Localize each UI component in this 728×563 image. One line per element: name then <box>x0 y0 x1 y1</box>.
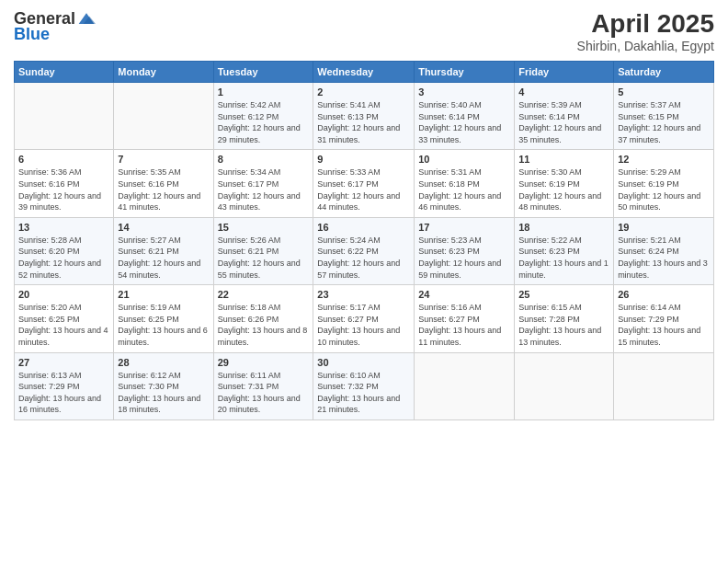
table-row: 24Sunrise: 5:16 AMSunset: 6:27 PMDayligh… <box>415 285 515 352</box>
day-info: Sunrise: 5:17 AMSunset: 6:27 PMDaylight:… <box>317 302 410 348</box>
logo-icon <box>77 10 96 29</box>
day-info: Sunrise: 5:20 AMSunset: 6:25 PMDaylight:… <box>18 302 109 348</box>
day-info: Sunrise: 6:11 AMSunset: 7:31 PMDaylight:… <box>218 370 310 416</box>
day-number: 29 <box>218 357 310 368</box>
table-row: 3Sunrise: 5:40 AMSunset: 6:14 PMDaylight… <box>415 83 515 150</box>
day-info: Sunrise: 5:36 AMSunset: 6:16 PMDaylight:… <box>18 167 109 213</box>
day-info: Sunrise: 5:22 AMSunset: 6:23 PMDaylight:… <box>518 235 609 281</box>
table-row: 12Sunrise: 5:29 AMSunset: 6:19 PMDayligh… <box>614 150 714 217</box>
day-number: 16 <box>317 222 410 233</box>
table-row: 21Sunrise: 5:19 AMSunset: 6:25 PMDayligh… <box>114 285 213 352</box>
day-info: Sunrise: 5:33 AMSunset: 6:17 PMDaylight:… <box>317 167 410 213</box>
day-number: 11 <box>518 154 609 165</box>
calendar-week-4: 20Sunrise: 5:20 AMSunset: 6:25 PMDayligh… <box>15 285 714 352</box>
day-number: 1 <box>218 86 310 98</box>
day-number: 8 <box>218 154 310 165</box>
table-row: 10Sunrise: 5:31 AMSunset: 6:18 PMDayligh… <box>415 150 515 217</box>
day-number: 12 <box>618 154 710 165</box>
table-row: 27Sunrise: 6:13 AMSunset: 7:29 PMDayligh… <box>15 352 114 419</box>
day-info: Sunrise: 5:39 AMSunset: 6:14 PMDaylight:… <box>518 99 609 145</box>
table-row <box>415 352 515 419</box>
weekday-monday: Monday <box>114 62 213 83</box>
table-row: 13Sunrise: 5:28 AMSunset: 6:20 PMDayligh… <box>15 217 114 284</box>
weekday-friday: Friday <box>515 62 614 83</box>
day-number: 23 <box>317 289 410 300</box>
day-number: 5 <box>618 86 710 98</box>
day-number: 7 <box>118 154 209 165</box>
day-number: 24 <box>418 289 510 300</box>
table-row: 20Sunrise: 5:20 AMSunset: 6:25 PMDayligh… <box>15 285 114 352</box>
table-row: 2Sunrise: 5:41 AMSunset: 6:13 PMDaylight… <box>313 83 415 150</box>
day-info: Sunrise: 5:19 AMSunset: 6:25 PMDaylight:… <box>118 302 209 348</box>
table-row: 28Sunrise: 6:12 AMSunset: 7:30 PMDayligh… <box>114 352 213 419</box>
table-row <box>515 352 614 419</box>
calendar-week-3: 13Sunrise: 5:28 AMSunset: 6:20 PMDayligh… <box>15 217 714 284</box>
weekday-tuesday: Tuesday <box>213 62 313 83</box>
day-info: Sunrise: 6:15 AMSunset: 7:28 PMDaylight:… <box>518 302 609 348</box>
title-area: April 2025 Shirbin, Dakahlia, Egypt <box>577 9 714 53</box>
table-row <box>15 83 114 150</box>
day-number: 17 <box>418 222 510 233</box>
day-number: 19 <box>618 222 710 233</box>
day-info: Sunrise: 6:10 AMSunset: 7:32 PMDaylight:… <box>317 370 410 416</box>
calendar-header-row: Sunday Monday Tuesday Wednesday Thursday… <box>15 62 714 83</box>
table-row: 25Sunrise: 6:15 AMSunset: 7:28 PMDayligh… <box>515 285 614 352</box>
calendar-table: Sunday Monday Tuesday Wednesday Thursday… <box>14 61 714 420</box>
table-row: 1Sunrise: 5:42 AMSunset: 6:12 PMDaylight… <box>213 83 313 150</box>
logo: General Blue <box>14 9 96 44</box>
day-info: Sunrise: 5:41 AMSunset: 6:13 PMDaylight:… <box>317 99 410 145</box>
day-info: Sunrise: 5:34 AMSunset: 6:17 PMDaylight:… <box>218 167 310 213</box>
logo-blue-text: Blue <box>14 25 50 44</box>
day-number: 20 <box>18 289 109 300</box>
day-info: Sunrise: 5:35 AMSunset: 6:16 PMDaylight:… <box>118 167 209 213</box>
day-info: Sunrise: 5:29 AMSunset: 6:19 PMDaylight:… <box>618 167 710 213</box>
day-info: Sunrise: 5:21 AMSunset: 6:24 PMDaylight:… <box>618 235 710 281</box>
table-row: 22Sunrise: 5:18 AMSunset: 6:26 PMDayligh… <box>213 285 313 352</box>
day-info: Sunrise: 5:16 AMSunset: 6:27 PMDaylight:… <box>418 302 510 348</box>
weekday-saturday: Saturday <box>614 62 714 83</box>
table-row <box>614 352 714 419</box>
day-info: Sunrise: 5:27 AMSunset: 6:21 PMDaylight:… <box>118 235 209 281</box>
day-info: Sunrise: 5:30 AMSunset: 6:19 PMDaylight:… <box>518 167 609 213</box>
day-number: 4 <box>518 86 609 98</box>
subtitle: Shirbin, Dakahlia, Egypt <box>577 39 714 53</box>
table-row: 7Sunrise: 5:35 AMSunset: 6:16 PMDaylight… <box>114 150 213 217</box>
day-info: Sunrise: 5:18 AMSunset: 6:26 PMDaylight:… <box>218 302 310 348</box>
table-row: 14Sunrise: 5:27 AMSunset: 6:21 PMDayligh… <box>114 217 213 284</box>
page: General Blue April 2025 Shirbin, Dakahli… <box>0 0 728 563</box>
table-row: 5Sunrise: 5:37 AMSunset: 6:15 PMDaylight… <box>614 83 714 150</box>
table-row: 9Sunrise: 5:33 AMSunset: 6:17 PMDaylight… <box>313 150 415 217</box>
day-number: 9 <box>317 154 410 165</box>
table-row: 8Sunrise: 5:34 AMSunset: 6:17 PMDaylight… <box>213 150 313 217</box>
table-row: 26Sunrise: 6:14 AMSunset: 7:29 PMDayligh… <box>614 285 714 352</box>
calendar-week-2: 6Sunrise: 5:36 AMSunset: 6:16 PMDaylight… <box>15 150 714 217</box>
day-info: Sunrise: 5:26 AMSunset: 6:21 PMDaylight:… <box>218 235 310 281</box>
day-number: 25 <box>518 289 609 300</box>
day-number: 10 <box>418 154 510 165</box>
day-number: 30 <box>317 357 410 368</box>
table-row <box>114 83 213 150</box>
table-row: 23Sunrise: 5:17 AMSunset: 6:27 PMDayligh… <box>313 285 415 352</box>
day-number: 2 <box>317 86 410 98</box>
day-number: 15 <box>218 222 310 233</box>
day-number: 21 <box>118 289 209 300</box>
table-row: 17Sunrise: 5:23 AMSunset: 6:23 PMDayligh… <box>415 217 515 284</box>
weekday-thursday: Thursday <box>415 62 515 83</box>
day-number: 13 <box>18 222 109 233</box>
day-number: 14 <box>118 222 209 233</box>
calendar-week-1: 1Sunrise: 5:42 AMSunset: 6:12 PMDaylight… <box>15 83 714 150</box>
day-number: 18 <box>518 222 609 233</box>
day-info: Sunrise: 5:28 AMSunset: 6:20 PMDaylight:… <box>18 235 109 281</box>
table-row: 29Sunrise: 6:11 AMSunset: 7:31 PMDayligh… <box>213 352 313 419</box>
table-row: 11Sunrise: 5:30 AMSunset: 6:19 PMDayligh… <box>515 150 614 217</box>
day-number: 27 <box>18 357 109 368</box>
main-title: April 2025 <box>577 9 714 39</box>
table-row: 4Sunrise: 5:39 AMSunset: 6:14 PMDaylight… <box>515 83 614 150</box>
day-info: Sunrise: 5:23 AMSunset: 6:23 PMDaylight:… <box>418 235 510 281</box>
day-number: 22 <box>218 289 310 300</box>
header: General Blue April 2025 Shirbin, Dakahli… <box>14 9 714 53</box>
day-number: 6 <box>18 154 109 165</box>
day-info: Sunrise: 6:13 AMSunset: 7:29 PMDaylight:… <box>18 370 109 416</box>
weekday-sunday: Sunday <box>15 62 114 83</box>
day-info: Sunrise: 5:31 AMSunset: 6:18 PMDaylight:… <box>418 167 510 213</box>
